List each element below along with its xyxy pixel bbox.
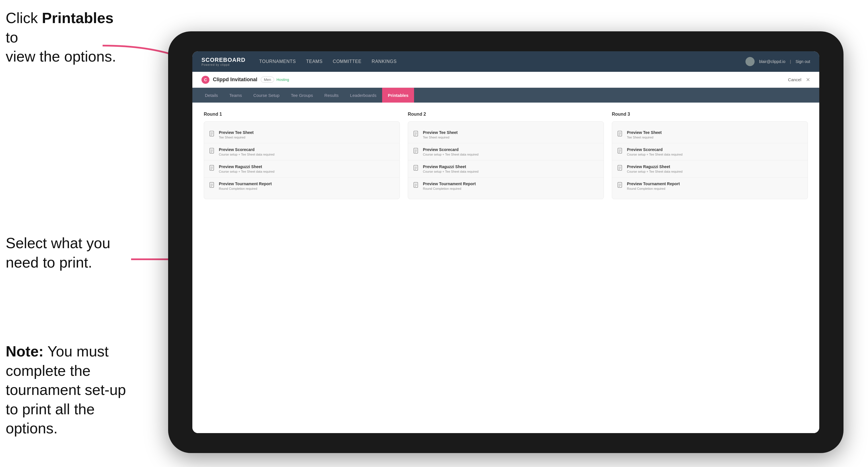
tab-printables[interactable]: Printables (382, 88, 414, 102)
svg-rect-22 (414, 148, 418, 153)
round-1-column: Round 1 Preview Tee Sheet Tee S (204, 112, 400, 199)
round-3-column: Round 3 Preview Tee Sheet Tee S (612, 112, 808, 199)
round-1-title: Round 1 (204, 112, 400, 117)
close-icon[interactable]: ✕ (806, 76, 810, 83)
document-icon (209, 131, 215, 138)
instruction-middle: Select what youneed to print. (6, 234, 110, 272)
round2-tournament-report[interactable]: Preview Tournament Report Round Completi… (408, 178, 603, 194)
tab-details[interactable]: Details (199, 88, 224, 102)
top-nav-links: TOURNAMENTS TEAMS COMMITTEE RANKINGS (259, 58, 745, 65)
document-icon (413, 165, 420, 173)
svg-rect-38 (618, 148, 622, 153)
svg-rect-14 (210, 182, 214, 187)
svg-rect-6 (210, 148, 214, 153)
svg-rect-18 (414, 131, 418, 136)
scoreboard-logo: SCOREBOARD Powered by clippd (202, 57, 245, 66)
document-icon (617, 131, 623, 138)
round-2-card: Preview Tee Sheet Tee Sheet required (408, 121, 604, 199)
svg-rect-2 (210, 131, 214, 136)
round3-scorecard[interactable]: Preview Scorecard Course setup + Tee She… (612, 143, 808, 160)
svg-rect-30 (414, 182, 418, 187)
tablet-frame: SCOREBOARD Powered by clippd TOURNAMENTS… (168, 31, 843, 453)
logo-subtitle: Powered by clippd (202, 63, 245, 66)
document-icon (617, 148, 623, 155)
instruction-bottom: Note: You mustcomplete thetournament set… (6, 342, 143, 438)
document-icon (209, 165, 215, 173)
svg-rect-26 (414, 165, 418, 170)
rounds-container: Round 1 Preview Tee Sheet Tee S (204, 112, 808, 199)
cancel-button[interactable]: Cancel (788, 77, 801, 82)
round-3-title: Round 3 (612, 112, 808, 117)
round-1-card: Preview Tee Sheet Tee Sheet required (204, 121, 400, 199)
tab-teams[interactable]: Teams (224, 88, 248, 102)
round1-scorecard[interactable]: Preview Scorecard Course setup + Tee She… (204, 143, 400, 160)
round2-tee-sheet[interactable]: Preview Tee Sheet Tee Sheet required (408, 126, 603, 143)
document-icon (209, 182, 215, 189)
round-3-card: Preview Tee Sheet Tee Sheet required (612, 121, 808, 199)
round1-tournament-report[interactable]: Preview Tournament Report Round Completi… (204, 178, 400, 194)
tournament-badge: Men (261, 76, 274, 83)
top-nav: SCOREBOARD Powered by clippd TOURNAMENTS… (192, 51, 819, 72)
tablet-screen: SCOREBOARD Powered by clippd TOURNAMENTS… (192, 51, 819, 433)
sub-header: C Clippd Invitational Men Hosting Cancel… (192, 72, 819, 88)
document-icon (413, 131, 420, 138)
sub-header-actions: Cancel ✕ (788, 76, 810, 83)
tab-results[interactable]: Results (318, 88, 344, 102)
round2-scorecard[interactable]: Preview Scorecard Course setup + Tee She… (408, 143, 603, 160)
round1-tee-sheet[interactable]: Preview Tee Sheet Tee Sheet required (204, 126, 400, 143)
round-2-column: Round 2 Preview Tee Sheet Tee S (408, 112, 604, 199)
document-icon (413, 182, 420, 189)
tab-leaderboards[interactable]: Leaderboards (344, 88, 382, 102)
document-icon (413, 148, 420, 155)
tab-bar: Details Teams Course Setup Tee Groups Re… (192, 88, 819, 102)
svg-rect-46 (618, 182, 622, 187)
tab-tee-groups[interactable]: Tee Groups (285, 88, 319, 102)
tournament-status: Hosting (276, 77, 289, 82)
round1-raguzzi[interactable]: Preview Raguzzi Sheet Course setup + Tee… (204, 160, 400, 178)
user-email: blair@clippd.io (759, 59, 785, 64)
round-2-title: Round 2 (408, 112, 604, 117)
nav-tournaments[interactable]: TOURNAMENTS (259, 58, 296, 65)
svg-rect-10 (210, 165, 214, 170)
sign-out-link[interactable]: Sign out (796, 59, 810, 64)
round3-raguzzi[interactable]: Preview Raguzzi Sheet Course setup + Tee… (612, 160, 808, 178)
tournament-name: Clippd Invitational (213, 76, 257, 83)
main-content: Round 1 Preview Tee Sheet Tee S (192, 102, 819, 433)
document-icon (209, 148, 215, 155)
document-icon (617, 182, 623, 189)
logo-title: SCOREBOARD (202, 57, 245, 63)
svg-rect-34 (618, 131, 622, 136)
tab-course-setup[interactable]: Course Setup (248, 88, 285, 102)
nav-teams[interactable]: TEAMS (306, 58, 322, 65)
nav-rankings[interactable]: RANKINGS (372, 58, 397, 65)
round2-raguzzi[interactable]: Preview Raguzzi Sheet Course setup + Tee… (408, 160, 603, 178)
nav-committee[interactable]: COMMITTEE (333, 58, 362, 65)
document-icon (617, 165, 623, 173)
round3-tee-sheet[interactable]: Preview Tee Sheet Tee Sheet required (612, 126, 808, 143)
user-avatar (745, 57, 754, 66)
top-nav-right: blair@clippd.io | Sign out (745, 57, 810, 66)
tournament-icon: C (202, 76, 210, 84)
svg-rect-42 (618, 165, 622, 170)
round3-tournament-report[interactable]: Preview Tournament Report Round Completi… (612, 178, 808, 194)
